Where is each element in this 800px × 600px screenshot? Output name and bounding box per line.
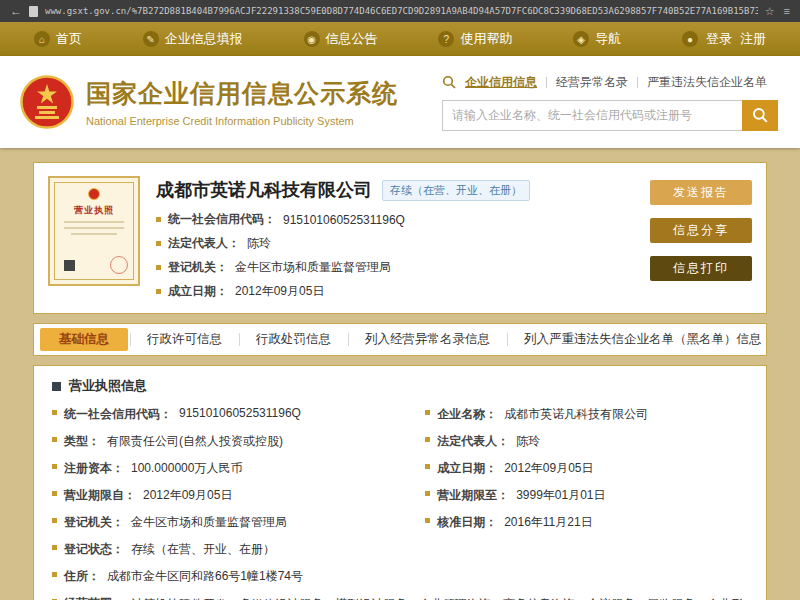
license-red-stamp [110, 256, 128, 274]
field-registration-authority: 登记机关： 金牛区市场和质量监督管理局 [156, 259, 634, 276]
field-address: 住所： 成都市金牛区同和路66号1幢1楼74号 [52, 568, 748, 585]
section-title: 营业执照信息 [69, 377, 147, 395]
bullet-icon [52, 491, 57, 496]
compass-icon: ◈ [573, 31, 589, 47]
field-company-name: 企业名称： 成都市英诺凡科技有限公司 [425, 406, 748, 423]
search-icon [442, 75, 456, 89]
bullet-icon [52, 572, 57, 577]
field-registration-authority: 登记机关： 金牛区市场和质量监督管理局 [52, 514, 407, 531]
search-box [442, 100, 778, 131]
brand-titles: 国家企业信用信息公示系统 National Enterprise Credit … [86, 77, 398, 127]
send-report-button[interactable]: 发送报告 [650, 180, 752, 205]
bullet-icon [425, 464, 430, 469]
browser-window: ← www.gsxt.gov.cn/%7B272D881B404B7996ACJ… [0, 0, 800, 600]
site-title: 国家企业信用信息公示系统 [86, 77, 398, 110]
bullet-icon [425, 491, 430, 496]
nav-label-filing: 企业信息填报 [165, 30, 243, 48]
company-name: 成都市英诺凡科技有限公司 [156, 178, 372, 202]
search-category-links: 企业信用信息 经营异常名录 严重违法失信企业名单 [442, 74, 778, 91]
bullet-icon [156, 241, 161, 246]
search-area: 企业信用信息 经营异常名录 严重违法失信企业名单 [442, 74, 778, 131]
field-establishment-date: 成立日期： 2012年09月05日 [425, 460, 748, 477]
license-text-line [64, 221, 123, 223]
field-term-end: 营业期限至： 3999年01月01日 [425, 487, 748, 504]
search-link-blacklist[interactable]: 严重违法失信企业名单 [647, 74, 767, 91]
field-unified-credit-code: 统一社会信用代码： 91510106052531196Q [52, 406, 407, 423]
nav-item-home[interactable]: ⌂ 首页 [34, 30, 82, 48]
license-info-grid: 统一社会信用代码： 91510106052531196Q 企业名称： 成都市英诺… [52, 406, 748, 600]
help-icon: ? [438, 31, 454, 47]
company-info: 成都市英诺凡科技有限公司 存续（在营、开业、在册） 统一社会信用代码： 9151… [156, 176, 634, 300]
tab-abnormal-operations-list[interactable]: 列入经营异常名录信息 [348, 324, 507, 355]
bullet-icon [52, 437, 57, 442]
search-link-abnormal-list[interactable]: 经营异常名录 [556, 74, 628, 91]
license-text-line [64, 227, 123, 229]
company-summary-card: 营业执照 成都市英诺凡科技有限公司 存续（在营、开业、在册） 统一社会信用代码：… [33, 162, 767, 314]
site-brand: 国家企业信用信息公示系统 National Enterprise Credit … [20, 75, 398, 129]
tab-administrative-license[interactable]: 行政许可信息 [130, 324, 239, 355]
bullet-icon [52, 410, 57, 415]
register-link[interactable]: 注册 [740, 30, 766, 48]
menu-icon[interactable]: ≡ [784, 5, 790, 18]
search-link-credit-info[interactable]: 企业信用信息 [465, 74, 537, 91]
print-info-button[interactable]: 信息打印 [650, 256, 752, 281]
nav-label-announcements: 信息公告 [326, 30, 378, 48]
nav-label-home: 首页 [56, 30, 82, 48]
nav-label-help: 使用帮助 [460, 30, 512, 48]
field-business-scope: 经营范围： 计算机软硬件开发；多媒体设计服务、模型设计服务；企业管理咨询；商务信… [52, 595, 748, 600]
bullet-icon [156, 217, 161, 222]
share-info-button[interactable]: 信息分享 [650, 218, 752, 243]
nav-label-navigation: 导航 [595, 30, 621, 48]
bullet-icon [425, 518, 430, 523]
back-icon[interactable]: ← [10, 5, 22, 17]
announcement-icon: ◉ [304, 31, 320, 47]
license-emblem-icon [88, 188, 100, 200]
field-registered-capital: 注册资本： 100.000000万人民币 [52, 460, 407, 477]
business-license-inner: 营业执照 [54, 182, 134, 280]
divider [546, 77, 547, 88]
business-license-image: 营业执照 [48, 176, 140, 286]
license-caption: 营业执照 [74, 204, 114, 217]
nav-item-help[interactable]: ? 使用帮助 [438, 30, 512, 48]
address-bar: ← www.gsxt.gov.cn/%7B272D881B404B7996ACJ… [0, 0, 800, 22]
auth-links: ● 登录 注册 [682, 30, 766, 48]
tab-serious-violations-blacklist[interactable]: 列入严重违法失信企业名单（黑名单）信息 [507, 324, 779, 355]
section-title-row: 营业执照信息 [52, 377, 748, 395]
bullet-icon [425, 410, 430, 415]
company-status-badge: 存续（在营、开业、在册） [382, 180, 530, 201]
main-content: 营业执照 成都市英诺凡科技有限公司 存续（在营、开业、在册） 统一社会信用代码：… [0, 148, 800, 600]
user-icon: ● [682, 31, 698, 47]
url-text[interactable]: www.gsxt.gov.cn/%7B272D881B404B7996ACJF2… [45, 6, 758, 16]
main-nav: ⌂ 首页 ✎ 企业信息填报 ◉ 信息公告 ? 使用帮助 ◈ 导航 ● 登录 注册 [0, 22, 800, 56]
divider [637, 77, 638, 88]
search-input[interactable] [442, 100, 742, 131]
license-text-line [71, 233, 117, 235]
site-subtitle: National Enterprise Credit Information P… [86, 115, 398, 127]
bullet-icon [52, 518, 57, 523]
search-button[interactable] [742, 100, 778, 131]
field-credit-code: 统一社会信用代码： 91510106052531196Q [156, 211, 634, 228]
bookmark-star-icon[interactable]: ☆ [765, 5, 775, 18]
nav-item-announcements[interactable]: ◉ 信息公告 [304, 30, 378, 48]
field-term-start: 营业期限自： 2012年09月05日 [52, 487, 407, 504]
bullet-icon [52, 545, 57, 550]
bullet-icon [52, 464, 57, 469]
field-legal-representative: 法定代表人： 陈玲 [425, 433, 748, 450]
company-actions: 发送报告 信息分享 信息打印 [650, 176, 752, 300]
info-tabs: 基础信息 行政许可信息 行政处罚信息 列入经营异常名录信息 列入严重违法失信企业… [33, 323, 767, 356]
field-approval-date: 核准日期： 2016年11月21日 [425, 514, 748, 531]
login-link[interactable]: 登录 [706, 30, 732, 48]
tab-administrative-penalty[interactable]: 行政处罚信息 [239, 324, 348, 355]
tab-basic-info[interactable]: 基础信息 [40, 328, 128, 351]
section-title-square-icon [52, 382, 61, 391]
site-header: 国家企业信用信息公示系统 National Enterprise Credit … [0, 56, 800, 148]
nav-item-enterprise-filing[interactable]: ✎ 企业信息填报 [143, 30, 243, 48]
nav-item-navigation[interactable]: ◈ 导航 [573, 30, 621, 48]
license-info-card: 营业执照信息 统一社会信用代码： 91510106052531196Q 企业名称… [33, 365, 767, 600]
license-qr-code [62, 258, 77, 273]
national-emblem-logo [20, 75, 74, 129]
company-title-row: 成都市英诺凡科技有限公司 存续（在营、开业、在册） [156, 178, 634, 202]
field-registration-status: 登记状态： 存续（在营、开业、在册） [52, 541, 407, 558]
edit-icon: ✎ [143, 31, 159, 47]
field-legal-representative: 法定代表人： 陈玲 [156, 235, 634, 252]
